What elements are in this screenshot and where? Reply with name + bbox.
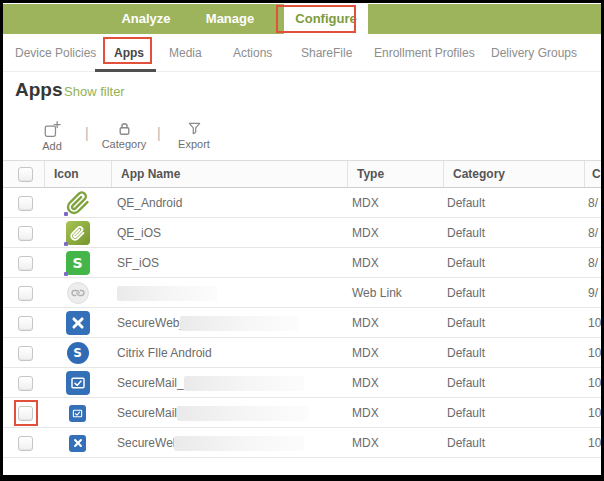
app-name: SecureMail [117,398,177,428]
app-type: MDX [352,368,379,398]
table-row[interactable]: S SF_iOS MDX Default 8/ [3,248,601,278]
app-category: Default [447,428,485,458]
app-created: 8/ [588,248,598,278]
toolbar-separator: | [157,125,161,141]
app-name: SecureWeb [117,428,179,458]
app-created: 8/ [588,188,598,218]
annotation-box-configure [276,5,356,33]
add-button[interactable]: Add [31,121,73,152]
table-row[interactable]: SecureWeb_ MDX Default 10 [3,308,601,338]
app-created: 9/ [588,278,598,308]
sub-nav-media[interactable]: Media [169,46,202,60]
sub-nav-bar: Device Policies Apps Media Actions Share… [3,34,601,72]
sub-nav-sharefile[interactable]: ShareFile [301,46,352,60]
app-category: Default [447,248,485,278]
table-row[interactable]: SecureMail_ MDX Default 10 [3,368,601,398]
app-name: Citrix FIle Android [117,338,212,368]
export-funnel-icon [187,121,202,136]
sub-nav-delivery-groups[interactable]: Delivery Groups [491,46,577,60]
redacted-app-name [117,286,217,301]
redacted-app-name [177,406,309,421]
blue-square-mail-icon [44,368,111,398]
redacted-app-name [174,436,304,451]
sub-nav-actions[interactable]: Actions [233,46,272,60]
category-button-label: Category [102,138,147,150]
row-checkbox[interactable] [18,286,33,301]
header-category: Category [443,161,584,187]
app-type: MDX [352,188,379,218]
app-type: MDX [352,308,379,338]
redacted-app-name [184,376,304,391]
mdx-badge [64,212,68,216]
app-name: SecureMail_ [117,368,184,398]
page-title: Apps [15,79,63,101]
app-name: SF_iOS [117,248,159,278]
row-checkbox[interactable] [18,406,33,421]
table-row[interactable]: QE_iOS MDX Default 8/ [3,218,601,248]
app-created: 8/ [588,218,598,248]
header-created: Cr [584,161,601,187]
header-checkbox-cell [3,161,44,187]
app-type: Web Link [352,278,402,308]
blue-circle-s-icon: S [44,338,111,368]
app-category: Default [447,218,485,248]
table-row[interactable]: S Citrix FIle Android MDX Default 10 [3,338,601,368]
row-checkbox[interactable] [18,436,33,451]
add-button-label: Add [42,140,62,152]
row-checkbox[interactable] [18,196,33,211]
app-category: Default [447,188,485,218]
mdx-badge [64,272,68,276]
app-category: Default [447,308,485,338]
sub-nav-device-policies[interactable]: Device Policies [15,46,96,60]
row-checkbox[interactable] [18,346,33,361]
app-created: 10 [588,308,601,338]
green-paperclip-icon [44,188,111,218]
table-row[interactable]: Web Link Default 9/ [3,278,601,308]
blue-square-butterfly-icon-small [44,428,111,458]
app-created: 10 [588,428,601,458]
app-category: Default [447,368,485,398]
table-header: Icon App Name Type Category Cr [3,160,601,188]
top-nav-manage[interactable]: Manage [193,4,267,34]
gray-circle-link-icon [44,278,111,308]
app-type: MDX [352,338,379,368]
app-name: QE_iOS [117,218,161,248]
mdx-badge [64,242,68,246]
app-type: MDX [352,398,379,428]
app-type: MDX [352,428,379,458]
green-square-s-icon: S [44,248,111,278]
select-all-checkbox[interactable] [18,167,33,182]
app-name: SecureWeb_ [117,308,186,338]
app-type: MDX [352,218,379,248]
app-created: 10 [588,368,601,398]
sub-nav-enrollment-profiles[interactable]: Enrollment Profiles [374,46,475,60]
app-name: QE_Android [117,188,182,218]
top-nav-analyze[interactable]: Analyze [109,4,183,34]
console-window: Analyze Manage Configure Device Policies… [0,0,604,481]
green-square-paperclip-icon [44,218,111,248]
header-type: Type [347,161,443,187]
annotation-box-apps [103,37,152,64]
app-category: Default [447,278,485,308]
app-created: 10 [588,398,601,428]
app-created: 10 [588,338,601,368]
toolbar-separator: | [85,125,89,141]
header-icon: Icon [44,161,111,187]
add-icon [44,121,61,138]
row-checkbox[interactable] [18,376,33,391]
blue-square-mail-icon-small [44,398,111,428]
table-row[interactable]: SecureMail MDX Default 10 [3,398,601,428]
export-button-label: Export [178,138,210,150]
show-filter-link[interactable]: Show filter [64,84,125,99]
row-checkbox[interactable] [18,316,33,331]
blue-square-butterfly-icon [44,308,111,338]
header-app-name: App Name [111,161,347,187]
export-button[interactable]: Export [166,121,222,150]
row-checkbox[interactable] [18,256,33,271]
row-checkbox[interactable] [18,226,33,241]
table-row[interactable]: QE_Android MDX Default 8/ [3,188,601,218]
category-lock-icon [117,121,132,136]
app-type: MDX [352,248,379,278]
category-button[interactable]: Category [95,121,153,150]
table-row[interactable]: SecureWeb MDX Default 10 [3,428,601,458]
